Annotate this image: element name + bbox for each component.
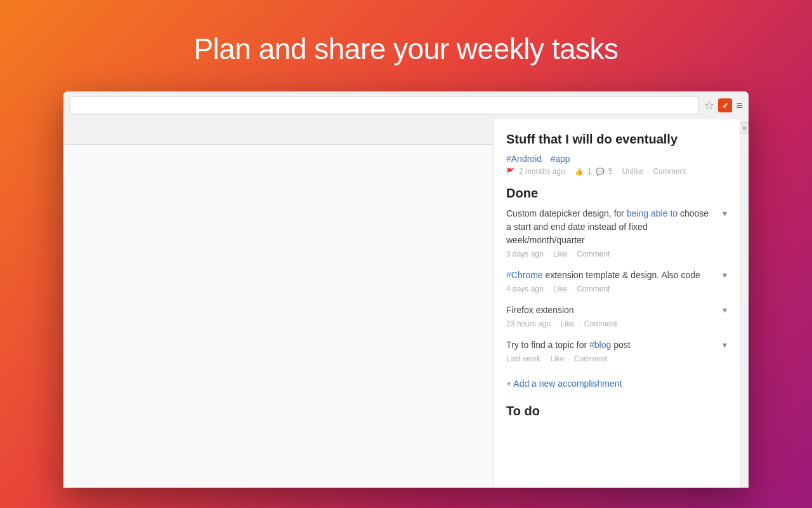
item-time-3: 23 hours ago [506,319,551,328]
flag-icon: 🚩 [506,168,515,176]
chevron-down-icon-3[interactable]: ▾ [723,305,727,315]
item-meta-4: Last week · Like · Comment [506,354,727,363]
todo-title: To do [506,404,727,418]
comment-link[interactable]: Comment [653,167,686,176]
tag-android[interactable]: #Android [506,154,542,164]
item-meta-1: 3 days ago · Like · Comment [506,250,727,258]
chevron-down-icon-2[interactable]: ▾ [723,270,727,280]
comment-count-icon: 💬 [596,168,605,176]
comment-1[interactable]: Comment [577,250,610,258]
eventually-meta: 🚩 2 months ago · 👍 1 💬 5 · Unlike · Comm… [506,167,727,176]
list-item: Firefox extension ▾ [506,304,727,317]
item-link-1[interactable]: being able to [627,208,678,218]
list-item: #Chrome extension template & design. Als… [506,269,727,282]
extension-icon[interactable]: ✓ [718,98,732,112]
done-title: Done [506,186,727,201]
address-bar[interactable] [70,97,699,114]
list-item: Try to find a topic for #blog post ▾ [506,338,727,352]
like-1[interactable]: Like [553,250,567,258]
browser-icons: ☆ ✓ ≡ [704,98,742,112]
item-title-3: Firefox extension [506,304,727,317]
eventually-time: 2 months ago [519,167,565,176]
tag-app[interactable]: #app [550,154,570,164]
comment-4[interactable]: Comment [574,354,607,363]
like-2[interactable]: Like [553,284,567,293]
eventually-likes: 1 [587,167,592,176]
eventually-section: Stuff that I will do eventually #Android… [506,132,727,176]
item-meta-3: 23 hours ago · Like · Comment [506,319,727,328]
chevron-down-icon-1[interactable]: ▾ [723,208,727,218]
browser-chrome: ☆ ✓ ≡ [63,91,749,119]
like-4[interactable]: Like [550,354,564,363]
item-link-2[interactable]: #Chrome [506,270,543,280]
chevron-down-icon-4[interactable]: ▾ [723,340,727,350]
left-panel [63,119,494,488]
item-title-4: Try to find a topic for #blog post [506,338,727,352]
done-section: Done Custom datepicker design, for being… [506,186,727,399]
collapse-button[interactable]: » [739,122,749,133]
like-icon: 👍 [575,168,584,176]
unlike-link[interactable]: Unlike [622,167,643,176]
right-panel[interactable]: Stuff that I will do eventually #Android… [494,119,740,488]
item-time-2: 4 days ago [506,284,544,293]
url-input[interactable] [75,101,693,110]
item-time-4: Last week [506,354,540,363]
item-title-2: #Chrome extension template & design. Als… [506,269,727,282]
like-3[interactable]: Like [560,319,574,328]
eventually-comments: 5 [608,167,613,176]
item-link-4[interactable]: #blog [589,340,611,350]
item-meta-2: 4 days ago · Like · Comment [506,284,727,293]
list-item: Custom datepicker design, for being able… [506,207,727,247]
comment-3[interactable]: Comment [584,319,617,328]
browser-content: Stuff that I will do eventually #Android… [63,119,749,488]
add-accomplishment-link[interactable]: + Add a new accomplishment [506,378,622,389]
item-title-1: Custom datepicker design, for being able… [506,207,727,247]
menu-icon[interactable]: ≡ [736,99,742,112]
scrollbar[interactable]: » [740,119,749,488]
comment-2[interactable]: Comment [577,284,610,293]
eventually-tags: #Android #app [506,153,727,164]
star-icon[interactable]: ☆ [704,98,714,112]
browser-window: ☆ ✓ ≡ Stuff that I will do eventually #A… [63,91,749,488]
eventually-title: Stuff that I will do eventually [506,132,727,147]
hero-title: Plan and share your weekly tasks [0,0,812,91]
left-panel-header [63,119,493,145]
item-time-1: 3 days ago [506,250,544,258]
